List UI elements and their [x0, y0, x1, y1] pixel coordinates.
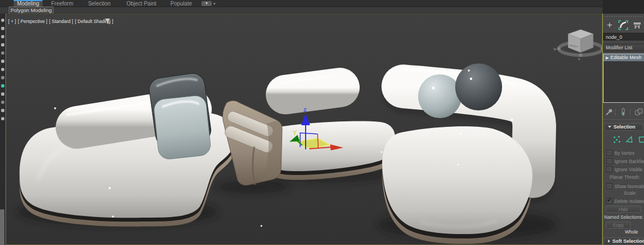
ribbon: Modeling Freeform Selection Object Paint… [0, 0, 644, 14]
ribbon-tab-selection[interactable]: Selection [86, 0, 112, 7]
selection-rollout-header[interactable]: Selection [604, 123, 643, 131]
planar-thresh-label: Planar Thresh: [610, 174, 640, 180]
left-toolbar-icon[interactable] [1, 109, 4, 112]
ribbon-minimize-button[interactable]: ▾ [201, 1, 212, 6]
command-panel-tabs: + [603, 19, 644, 31]
divider [630, 109, 630, 116]
modifier-list-dropdown[interactable]: Modifier List [603, 44, 644, 51]
checkbox-show-normals[interactable]: Show Normals [606, 183, 644, 189]
copy-button[interactable]: Copy [606, 221, 631, 229]
left-toolbar-icon[interactable] [1, 68, 4, 71]
polygon-modeling-panel-tab[interactable]: Polygon Modeling [9, 7, 53, 14]
viewcube-south-label[interactable]: S [578, 57, 580, 61]
checkbox-by-vertex[interactable]: By Vertex [606, 150, 634, 156]
ribbon-tab-populate[interactable]: Populate [169, 0, 193, 7]
pillow-light[interactable] [153, 95, 212, 160]
left-toolbar-icon[interactable] [1, 27, 4, 30]
hierarchy-tab[interactable] [632, 20, 643, 31]
chevron-down-icon[interactable]: ▾ [213, 1, 216, 6]
viewcube-west-label[interactable]: W [553, 48, 557, 51]
side-table[interactable] [220, 101, 282, 185]
left-toolbar-icon[interactable] [1, 51, 4, 55]
subobject-vertex-icon[interactable] [613, 136, 621, 144]
create-tab[interactable]: + [604, 20, 615, 31]
modifier-stack-item[interactable]: ▶Editable Mesh [604, 54, 644, 61]
command-panel: + node_0 Modifier List ▶Editable Mesh [603, 14, 644, 245]
make-unique-icon[interactable] [634, 108, 644, 116]
whole-label: Whole [625, 229, 638, 235]
checkbox-checked-icon[interactable] [606, 198, 612, 204]
ribbon-right-filler [603, 0, 644, 14]
viewport-renderer-menu[interactable]: [ Standard ] [49, 19, 73, 24]
named-selections-label: Named Selections: [604, 214, 643, 220]
checkbox-icon[interactable] [606, 150, 612, 156]
checkbox-icon[interactable] [606, 166, 612, 172]
left-toolbar-icon[interactable] [1, 19, 4, 22]
left-toolbar-icon[interactable] [1, 92, 4, 96]
checkbox-icon[interactable] [606, 158, 612, 164]
rollout-open-arrow-icon [608, 126, 611, 128]
left-toolbar-strip [0, 14, 5, 245]
left-toolbar-icon[interactable] [1, 117, 4, 120]
left-toolbar-icon[interactable] [1, 35, 4, 38]
scale-label: Scale: [624, 190, 637, 196]
plus-icon: + [607, 20, 612, 30]
checkbox-ignore-backfacing[interactable]: Ignore Backfacing [606, 158, 644, 164]
sofa-middle-backrest[interactable] [285, 88, 340, 95]
soft-selection-rollout-header[interactable]: Soft Selection [604, 237, 643, 245]
sofa-left[interactable] [20, 72, 235, 227]
left-toolbar-icon[interactable] [1, 101, 4, 104]
left-toolbar-icon[interactable] [1, 76, 4, 79]
left-toolbar-icon[interactable] [1, 43, 4, 46]
ribbon-tab-object-paint[interactable]: Object Paint [126, 0, 157, 7]
checkbox-delete-isolated[interactable]: Delete Isolated Vertices [606, 198, 644, 204]
expand-arrow-icon[interactable]: ▶ [606, 54, 609, 61]
panel-drag-handle[interactable] [604, 15, 642, 18]
left-toolbar-icon[interactable] [1, 60, 4, 63]
show-end-result-icon[interactable] [619, 108, 627, 116]
viewport-perspective[interactable]: Z W S FRONT [ + ] [5, 14, 602, 245]
viewcube[interactable]: W S FRONT [553, 30, 602, 61]
3dsmax-window: Modeling Freeform Selection Object Paint… [0, 0, 644, 245]
rollout-closed-arrow-icon [608, 240, 610, 243]
viewport-3d-scene[interactable]: Z W S FRONT [6, 14, 602, 245]
filter-icon[interactable] [105, 19, 111, 24]
object-name-field[interactable]: node_0 [603, 33, 644, 40]
divider [615, 109, 616, 116]
sphere-dark[interactable] [455, 63, 502, 110]
checkbox-ignore-visible-edges[interactable]: Ignore Visible Edges [606, 166, 644, 172]
ribbon-tab-row: Modeling Freeform Selection Object Paint… [0, 0, 603, 7]
sphere-light[interactable] [418, 74, 462, 118]
ribbon-tab-modeling[interactable]: Modeling [14, 0, 43, 7]
modifier-stack: ▶Editable Mesh [603, 54, 644, 103]
viewport-label: [ + ] [ Perspective ] [ Standard ] [ Def… [8, 19, 114, 24]
viewport-general-menu[interactable]: [ + ] [8, 19, 16, 24]
left-toolbar-handle[interactable] [0, 209, 4, 245]
subobject-polygon-icon[interactable] [638, 136, 644, 144]
modify-tab[interactable] [618, 20, 629, 31]
left-toolbar-icon[interactable] [1, 84, 4, 88]
modifier-stack-tools [603, 106, 644, 120]
checkbox-icon[interactable] [606, 183, 612, 189]
hide-button[interactable]: Hide [606, 206, 641, 213]
subobject-buttons [611, 135, 644, 145]
modify-icon [618, 20, 628, 30]
sofa-right[interactable] [382, 63, 534, 244]
gizmo-z-label: Z [303, 107, 307, 113]
ribbon-tab-freeform[interactable]: Freeform [49, 0, 75, 7]
viewport-pov-menu[interactable]: [ Perspective ] [18, 19, 47, 24]
subobject-face-icon[interactable] [625, 136, 634, 144]
pin-stack-icon[interactable] [605, 108, 613, 116]
hierarchy-icon [633, 20, 642, 30]
